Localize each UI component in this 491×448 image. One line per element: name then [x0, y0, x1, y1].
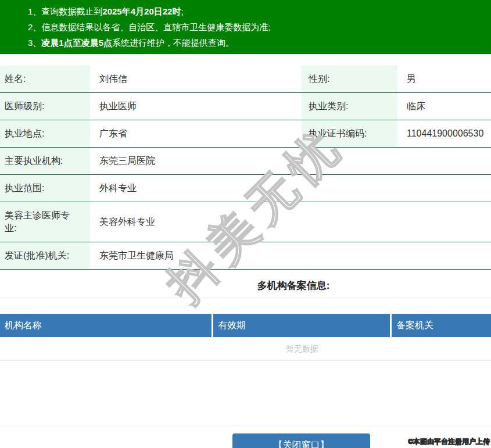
field-label-scope: 执业范围:	[0, 175, 90, 202]
field-label-cert-number: 执业证书编码:	[302, 120, 397, 148]
column-header-validity-period: 有效期	[213, 314, 390, 337]
multi-institution-section-title: 多机构备案信息:	[0, 279, 491, 293]
field-value-main-institution: 东莞三局医院	[90, 148, 491, 175]
field-value-category: 临床	[397, 93, 491, 120]
field-value-gender: 男	[397, 66, 491, 93]
field-label-main-institution: 主要执业机构:	[0, 148, 90, 175]
table-row: 发证(批准)机关: 东莞市卫生健康局	[0, 242, 491, 270]
field-value-scope: 外科专业	[90, 175, 491, 202]
notice-2-text: 2、信息数据结果以各省、自治区、直辖市卫生健康委数据为准;	[28, 22, 271, 32]
column-header-institution-name: 机构名称	[0, 314, 212, 337]
divider	[0, 298, 491, 298]
spacer	[0, 361, 491, 425]
notice-line-3: 3、凌晨1点至凌晨5点系统进行维护，不能提供查询。	[28, 35, 485, 51]
table-row: 主要执业机构: 东莞三局医院	[0, 148, 491, 175]
notice-3-post: 系统进行维护，不能提供查询。	[112, 38, 234, 48]
field-label-category: 执业类别:	[302, 93, 397, 120]
practitioner-info-table: 姓名: 刘伟信 性别: 男 医师级别: 执业医师 执业类别: 临床 执业地点: …	[0, 66, 491, 270]
field-value-issuing-authority: 东莞市卫生健康局	[90, 242, 491, 270]
field-value-level: 执业医师	[90, 93, 302, 120]
field-label-gender: 性别:	[302, 66, 397, 93]
field-label-level: 医师级别:	[0, 93, 90, 120]
filing-table-header: 机构名称 有效期 备案机关	[0, 314, 491, 337]
notice-1-post: ;	[181, 6, 183, 16]
notice-line-2: 2、信息数据结果以各省、自治区、直辖市卫生健康委数据为准;	[28, 19, 485, 35]
notice-line-1: 1、查询数据截止到2025年4月20日22时;	[28, 3, 485, 19]
field-label-cosmetic-specialty: 美容主诊医师专业:	[0, 202, 90, 242]
no-data-message: 暂无数据	[0, 337, 491, 360]
notice-1-text: 1、查询数据截止到	[28, 6, 102, 16]
table-row: 执业地点: 广东省 执业证书编码: 110441900006530	[0, 120, 491, 148]
upload-credit-watermark: ©本图由平台注册用户上传	[408, 437, 490, 447]
field-value-cert-number: 110441900006530	[397, 120, 491, 148]
field-value-name: 刘伟信	[90, 66, 302, 93]
notice-1-bold: 2025年4月20日22时	[102, 6, 181, 16]
notice-banner: 1、查询数据截止到2025年4月20日22时; 2、信息数据结果以各省、自治区、…	[0, 0, 491, 54]
table-row: 医师级别: 执业医师 执业类别: 临床	[0, 93, 491, 120]
field-value-location: 广东省	[90, 120, 302, 148]
field-label-name: 姓名:	[0, 66, 90, 93]
table-row: 美容主诊医师专业: 美容外科专业	[0, 202, 491, 242]
field-label-issuing-authority: 发证(批准)机关:	[0, 242, 90, 270]
column-header-filing-authority: 备案机关	[392, 314, 491, 337]
field-label-location: 执业地点:	[0, 120, 90, 148]
notice-3-bold: 凌晨1点至凌晨5点	[41, 38, 112, 48]
divider	[0, 425, 491, 425]
close-window-button[interactable]: 【关闭窗口】	[232, 433, 370, 448]
field-value-cosmetic-specialty: 美容外科专业	[90, 202, 491, 242]
table-row: 执业范围: 外科专业	[0, 175, 491, 202]
table-row: 姓名: 刘伟信 性别: 男	[0, 66, 491, 93]
notice-3-text: 3、	[28, 38, 41, 48]
